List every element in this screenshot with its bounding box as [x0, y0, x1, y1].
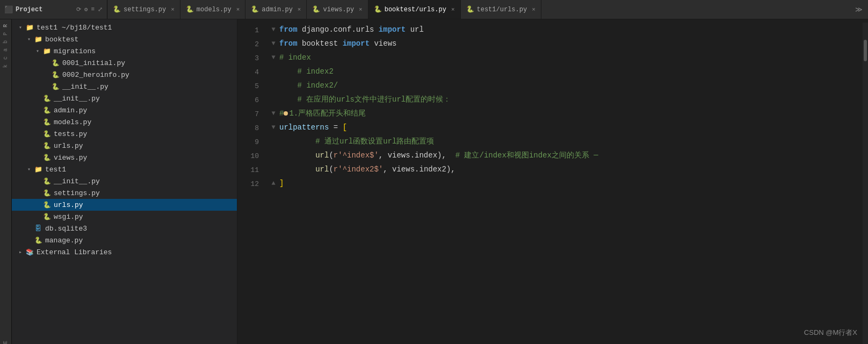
- line-number-1: 1: [237, 24, 259, 38]
- tree-item-label: urls.py: [54, 142, 83, 150]
- line-number-2: 2: [237, 38, 259, 52]
- tab-label: models.py: [197, 6, 232, 13]
- tree-item-label: manage.py: [45, 236, 83, 245]
- tab-settings[interactable]: 🐍settings.py×: [107, 0, 180, 19]
- tree-item-__init__-py[interactable]: 🐍__init__.py: [12, 81, 237, 92]
- line-number-12: 12: [237, 177, 259, 191]
- fold-marker: [270, 92, 277, 106]
- code-line-7[interactable]: ▼#1.严格匹配开头和结尾: [270, 106, 863, 120]
- fold-marker[interactable]: ▼: [270, 120, 277, 134]
- main-area: R P b a c k E ▾📁test1 ~/bj18/test1▾📁book…: [0, 19, 868, 344]
- tree-item-label: booktest: [45, 35, 78, 44]
- tab-close-button[interactable]: ×: [451, 6, 455, 13]
- tree-item-icon: 🗄: [33, 224, 43, 233]
- tree-item-0002_heroinfo-py[interactable]: 🐍0002_heroinfo.py: [12, 69, 237, 81]
- tree-item-test1[interactable]: ▾📁test1: [12, 163, 237, 175]
- fold-marker: [270, 64, 277, 78]
- tab-overflow-icon[interactable]: ≫: [850, 5, 868, 14]
- fold-marker: [270, 78, 277, 92]
- tree-root[interactable]: ▾📁test1 ~/bj18/test1: [12, 22, 237, 33]
- tree-item-__init__-py[interactable]: 🐍__init__.py: [12, 92, 237, 104]
- watermark: CSDN @M行者X: [804, 328, 857, 338]
- tree-item-admin-py[interactable]: 🐍admin.py: [12, 104, 237, 116]
- sync-icon[interactable]: ⟳: [76, 6, 81, 13]
- fold-marker[interactable]: ▲: [270, 176, 277, 190]
- settings-icon[interactable]: ≡: [91, 6, 95, 13]
- tab-close-button[interactable]: ×: [236, 6, 240, 13]
- sidebar: ▾📁test1 ~/bj18/test1▾📁booktest▾📁migratio…: [12, 19, 237, 344]
- tab-admin[interactable]: 🐍admin.py×: [245, 0, 307, 19]
- token-normal: =: [329, 120, 342, 134]
- token-normal: views: [370, 37, 396, 51]
- tree-external-libraries[interactable]: ▸📚External Libraries: [12, 246, 237, 258]
- tree-ext-label: External Libraries: [37, 248, 112, 256]
- code-line-1[interactable]: ▼from django.conf.urls import url: [270, 23, 863, 37]
- tab-models[interactable]: 🐍models.py×: [180, 0, 245, 19]
- tree-item-settings-py[interactable]: 🐍settings.py: [12, 187, 237, 199]
- tree-item-__init__-py[interactable]: 🐍__init__.py: [12, 175, 237, 187]
- code-line-6[interactable]: # 在应用的urls文件中进行url配置的时候：: [270, 92, 863, 106]
- tab-bar: ⬛ Project ⟳ ⚙ ≡ ⤢ 🐍settings.py×🐍models.p…: [0, 0, 868, 19]
- tree-root-arrow: ▾: [16, 24, 25, 31]
- tree-item-manage-py[interactable]: 🐍manage.py: [12, 234, 237, 246]
- tab-close-button[interactable]: ×: [359, 6, 363, 13]
- line-number-3: 3: [237, 52, 259, 66]
- tree-arrow: ▾: [25, 166, 33, 173]
- tree-item-0001_initial-py[interactable]: 🐍0001_initial.py: [12, 57, 237, 69]
- code-line-9[interactable]: # 通过url函数设置url路由配置项: [270, 134, 863, 148]
- tab-close-button[interactable]: ×: [298, 6, 301, 13]
- code-line-5[interactable]: # index2/: [270, 78, 863, 92]
- code-line-8[interactable]: ▼urlpatterns = [: [270, 120, 863, 134]
- fold-marker: [270, 148, 277, 162]
- tree-ext-icon: 📚: [25, 247, 34, 257]
- tree-item-models-py[interactable]: 🐍models.py: [12, 116, 237, 128]
- fold-marker[interactable]: ▼: [270, 23, 277, 37]
- tree-item-icon: 🐍: [42, 212, 52, 221]
- fold-marker[interactable]: ▼: [270, 37, 277, 51]
- code-line-3[interactable]: ▼# index: [270, 51, 863, 64]
- tab-views[interactable]: 🐍views.py×: [307, 0, 368, 19]
- code-line-11[interactable]: url(r'^index2$', views.index2),: [270, 162, 863, 176]
- scrollbar-thumb[interactable]: [864, 40, 867, 61]
- token-kw-hash: # 在应用的urls文件中进行url配置的时候：: [279, 92, 451, 106]
- tree-item-booktest[interactable]: ▾📁booktest: [12, 33, 237, 45]
- code-line-10[interactable]: url(r'^index$', views.index), # 建立/index…: [270, 148, 863, 162]
- header-icons: ⟳ ⚙ ≡ ⤢: [76, 6, 103, 13]
- code-line-12[interactable]: ▲]: [270, 176, 863, 190]
- token-kw-hash: #: [279, 106, 284, 120]
- fold-marker: [270, 134, 277, 148]
- tree-item-icon: 🐍: [42, 141, 52, 150]
- tab-booktest_urls[interactable]: 🐍booktest/urls.py×: [368, 0, 461, 19]
- vertical-scrollbar[interactable]: [863, 23, 868, 344]
- line-number-9: 9: [237, 135, 259, 149]
- tree-item-icon: 🐍: [42, 94, 52, 103]
- tree-item-tests-py[interactable]: 🐍tests.py: [12, 128, 237, 140]
- tab-file-icon: 🐍: [113, 5, 121, 13]
- tree-item-urls-py[interactable]: 🐍urls.py: [12, 199, 237, 211]
- fold-marker[interactable]: ▼: [270, 51, 277, 64]
- line-numbers: 123456789101112: [237, 23, 264, 344]
- fold-marker[interactable]: ▼: [270, 106, 277, 120]
- tree-item-label: db.sqlite3: [45, 225, 87, 233]
- tree-item-label: __init__.py: [54, 177, 100, 185]
- tree-item-wsgi-py[interactable]: 🐍wsgi.py: [12, 211, 237, 223]
- tab-close-button[interactable]: ×: [532, 6, 536, 13]
- tree-item-urls-py[interactable]: 🐍urls.py: [12, 140, 237, 152]
- gear-icon[interactable]: ⚙: [84, 6, 88, 13]
- tab-close-button[interactable]: ×: [171, 6, 175, 13]
- tree-item-db-sqlite3[interactable]: 🗄db.sqlite3: [12, 223, 237, 234]
- left-icon-r: R: [3, 24, 9, 27]
- tree-item-label: migrations: [54, 47, 96, 55]
- tree-item-views-py[interactable]: 🐍views.py: [12, 152, 237, 163]
- tree-item-label: __init__.py: [62, 83, 108, 91]
- tree-item-migrations[interactable]: ▾📁migrations: [12, 45, 237, 57]
- left-toolbar: R P b a c k E: [0, 19, 12, 344]
- expand-icon[interactable]: ⤢: [98, 6, 103, 13]
- code-line-2[interactable]: ▼from booktest import views: [270, 37, 863, 51]
- tree-item-label: views.py: [54, 154, 87, 162]
- tab-test1_urls[interactable]: 🐍test1/urls.py×: [461, 0, 541, 19]
- tree-item-icon: 🐍: [42, 200, 52, 210]
- code-lines[interactable]: ▼from django.conf.urls import url▼from b…: [264, 23, 863, 344]
- token-kw-from: from: [279, 37, 298, 51]
- code-line-4[interactable]: # index2: [270, 64, 863, 78]
